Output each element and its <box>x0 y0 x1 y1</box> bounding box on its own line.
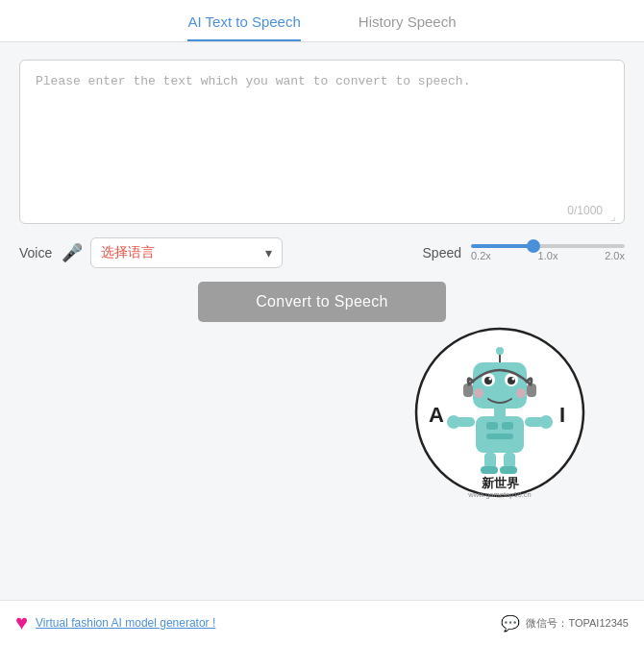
speed-section: Speed 0.2x 1.0x 2.0x <box>423 244 625 261</box>
mic-icon: 🎤 <box>62 242 83 263</box>
svg-rect-27 <box>481 466 498 474</box>
svg-text:www.gametop10.cn: www.gametop10.cn <box>467 490 531 499</box>
speed-slider-wrapper: 0.2x 1.0x 2.0x <box>471 244 625 261</box>
bottom-left: ♥ Virtual fashion AI model generator ! <box>15 610 215 635</box>
svg-rect-18 <box>486 422 498 430</box>
svg-point-13 <box>516 388 526 398</box>
svg-rect-14 <box>463 384 473 397</box>
convert-btn-wrapper: Convert to Speech <box>19 282 625 322</box>
char-count: 0/1000 <box>567 204 603 217</box>
wechat-text: 微信号：TOPAI12345 <box>526 616 629 631</box>
wechat-icon: 💬 <box>501 614 520 633</box>
robot-illustration: A I <box>413 326 586 499</box>
heart-icon: ♥ <box>15 610 28 635</box>
speed-mid: 1.0x <box>538 250 558 261</box>
svg-point-11 <box>512 378 515 381</box>
svg-rect-28 <box>500 466 517 474</box>
tabs-bar: AI Text to Speech History Speech <box>0 0 644 42</box>
speed-min: 0.2x <box>471 250 491 261</box>
textarea-wrapper: 0/1000 ⌟ <box>19 60 625 224</box>
svg-rect-25 <box>484 453 496 468</box>
svg-rect-19 <box>502 422 513 430</box>
speed-slider[interactable] <box>471 244 625 248</box>
speed-markers: 0.2x 1.0x 2.0x <box>471 250 625 261</box>
voice-label: Voice <box>19 245 54 260</box>
resize-handle[interactable]: ⌟ <box>610 210 620 219</box>
svg-point-4 <box>496 347 504 355</box>
tab-history-speech[interactable]: History Speech <box>359 13 457 41</box>
svg-rect-26 <box>504 453 515 468</box>
svg-text:新世界: 新世界 <box>482 476 520 490</box>
svg-rect-20 <box>486 434 513 439</box>
text-input[interactable] <box>20 61 624 219</box>
bottom-link[interactable]: Virtual fashion AI model generator ! <box>36 616 215 630</box>
voice-section: Voice 🎤 选择语言 ▾ <box>19 237 404 268</box>
main-container: AI Text to Speech History Speech 0/1000 … <box>0 0 644 645</box>
tab-ai-text-to-speech[interactable]: AI Text to Speech <box>187 13 300 41</box>
svg-text:I: I <box>559 403 565 427</box>
svg-point-10 <box>489 378 492 381</box>
speed-max: 2.0x <box>605 250 625 261</box>
speed-label: Speed <box>423 245 461 260</box>
voice-select[interactable]: 选择语言 ▾ <box>90 237 283 268</box>
svg-text:A: A <box>429 403 444 427</box>
convert-to-speech-button[interactable]: Convert to Speech <box>198 282 446 322</box>
robot-area: A I <box>19 326 625 590</box>
svg-point-12 <box>474 388 483 398</box>
svg-point-23 <box>447 415 460 429</box>
controls-row: Voice 🎤 选择语言 ▾ Speed 0.2x 1.0x 2.0x <box>19 237 625 268</box>
bottom-bar: ♥ Virtual fashion AI model generator ! 💬… <box>0 600 644 645</box>
voice-select-text: 选择语言 <box>101 244 155 261</box>
bottom-right: 💬 微信号：TOPAI12345 <box>501 614 629 633</box>
main-content: 0/1000 ⌟ Voice 🎤 选择语言 ▾ Speed 0.2x <box>0 42 644 600</box>
svg-rect-16 <box>494 409 506 416</box>
svg-point-24 <box>539 415 553 429</box>
chevron-down-icon: ▾ <box>265 245 272 260</box>
svg-rect-15 <box>527 384 536 397</box>
